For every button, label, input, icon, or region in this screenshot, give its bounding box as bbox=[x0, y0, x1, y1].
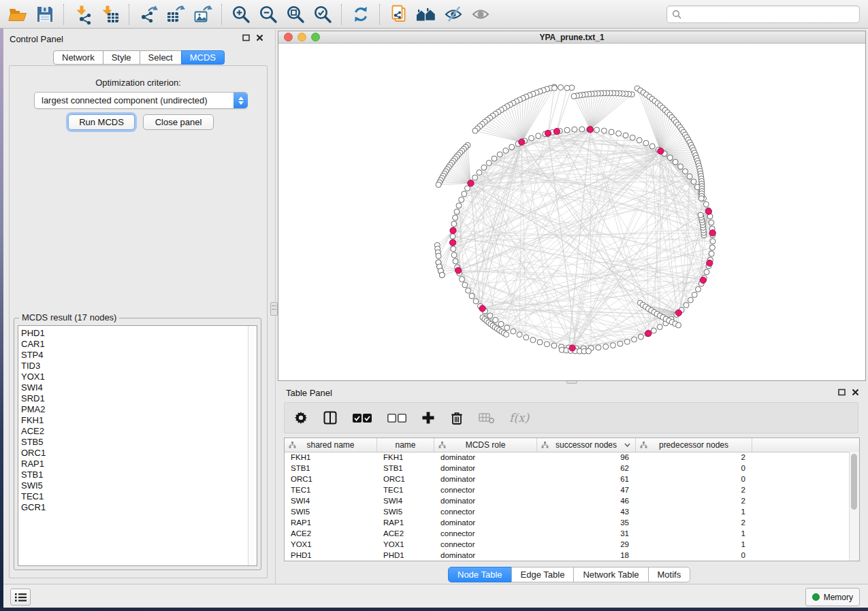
mcds-result-item[interactable]: STB1 bbox=[21, 469, 257, 480]
optimization-criterion-label: Optimization criterion: bbox=[10, 78, 267, 88]
mcds-result-item[interactable]: SWI4 bbox=[21, 382, 257, 393]
sort-desc-icon bbox=[624, 443, 630, 447]
save-session-button[interactable] bbox=[31, 2, 59, 27]
tree-icon bbox=[640, 442, 647, 448]
table-cell: ACE2 bbox=[285, 528, 377, 539]
table-row[interactable]: FKH1FKH1dominator962 bbox=[285, 452, 850, 463]
float-panel-icon[interactable] bbox=[242, 34, 250, 42]
network-from-file-button[interactable] bbox=[385, 2, 413, 27]
network-file-icon bbox=[389, 4, 409, 24]
delete-column-button[interactable] bbox=[449, 410, 464, 425]
table-tabs: Node Table Edge Table Network Table Moti… bbox=[449, 567, 690, 581]
dropdown-stepper-icon bbox=[234, 93, 248, 108]
column-settings-button[interactable] bbox=[293, 410, 308, 425]
zoom-out-button[interactable] bbox=[255, 2, 282, 27]
tab-network-table[interactable]: Network Table bbox=[573, 567, 648, 582]
select-all-button[interactable] bbox=[352, 413, 372, 423]
zoom-fit-button[interactable] bbox=[282, 2, 309, 27]
search-input[interactable] bbox=[685, 9, 854, 20]
mcds-result-item[interactable]: PHD1 bbox=[21, 328, 257, 339]
show-graphics-details-button[interactable] bbox=[467, 2, 494, 27]
import-network-button[interactable] bbox=[69, 2, 97, 27]
table-cell: 35 bbox=[537, 517, 636, 528]
table-cell: connector bbox=[434, 506, 537, 517]
table-cell: 47 bbox=[537, 484, 636, 495]
table-row[interactable]: STB1STB1dominator620 bbox=[285, 463, 850, 474]
network-window-titlebar[interactable]: YPA_prune.txt_1 bbox=[278, 31, 865, 44]
column-header-name[interactable]: name bbox=[377, 438, 434, 452]
tab-select[interactable]: Select bbox=[140, 50, 182, 65]
column-header-mcds-role[interactable]: MCDS role bbox=[434, 438, 537, 452]
open-file-button[interactable] bbox=[4, 2, 31, 27]
table-scrollbar-track[interactable] bbox=[849, 452, 859, 561]
run-mcds-button[interactable]: Run MCDS bbox=[68, 114, 135, 130]
delete-table-icon bbox=[479, 412, 495, 424]
hide-graphics-details-button[interactable] bbox=[440, 2, 467, 27]
import-table-button[interactable] bbox=[97, 2, 124, 27]
mcds-result-item[interactable]: SWI5 bbox=[21, 480, 257, 491]
tab-mcds[interactable]: MCDS bbox=[181, 50, 225, 65]
tab-edge-table[interactable]: Edge Table bbox=[511, 567, 575, 582]
memory-button[interactable]: Memory bbox=[805, 588, 860, 606]
mcds-result-item[interactable]: FKH1 bbox=[21, 415, 257, 426]
table-cell: 46 bbox=[537, 495, 636, 506]
mcds-result-item[interactable]: RAP1 bbox=[21, 459, 257, 469]
function-builder-button[interactable]: f(x) bbox=[509, 411, 529, 425]
zoom-selected-button[interactable] bbox=[309, 2, 336, 27]
column-header-shared-name[interactable]: shared name bbox=[285, 438, 377, 452]
table-scrollbar-thumb[interactable] bbox=[851, 454, 857, 510]
table-cell: SWI4 bbox=[377, 495, 434, 506]
table-row[interactable]: YOX1YOX1connector291 bbox=[285, 539, 850, 550]
tab-network[interactable]: Network bbox=[53, 50, 103, 65]
delete-table-button[interactable] bbox=[479, 412, 495, 424]
close-panel-icon[interactable] bbox=[852, 389, 859, 396]
add-column-button[interactable] bbox=[421, 411, 435, 425]
export-image-button[interactable] bbox=[189, 2, 216, 27]
export-table-button[interactable] bbox=[162, 2, 189, 27]
mcds-result-item[interactable]: ACE2 bbox=[21, 426, 257, 437]
table-row[interactable]: TEC1TEC1connector472 bbox=[285, 484, 850, 495]
mcds-result-item[interactable]: SRD1 bbox=[21, 393, 257, 404]
memory-label: Memory bbox=[824, 593, 853, 602]
table-row[interactable]: SWI4SWI4dominator462 bbox=[285, 495, 850, 506]
show-task-history-button[interactable] bbox=[10, 589, 31, 606]
column-header-predecessor-nodes[interactable]: predecessor nodes bbox=[636, 438, 752, 452]
mcds-result-item[interactable]: CAR1 bbox=[21, 339, 257, 350]
show-all-networks-button[interactable] bbox=[413, 2, 440, 27]
table-cell: 2 bbox=[636, 452, 752, 463]
refresh-icon bbox=[351, 4, 371, 24]
mcds-result-item[interactable]: TID3 bbox=[21, 361, 257, 371]
zoom-in-button[interactable] bbox=[227, 2, 255, 27]
tab-node-table[interactable]: Node Table bbox=[448, 567, 512, 582]
vertical-splitter-handle[interactable] bbox=[270, 302, 278, 316]
table-cell: SWI4 bbox=[285, 495, 377, 506]
mcds-result-item[interactable]: GCR1 bbox=[21, 502, 257, 513]
table-cell: PHD1 bbox=[285, 550, 377, 561]
mcds-result-item[interactable]: YOX1 bbox=[21, 371, 257, 382]
table-row[interactable]: RAP1RAP1dominator352 bbox=[285, 517, 850, 528]
table-row[interactable]: SWI5SWI5connector431 bbox=[285, 506, 850, 517]
network-canvas[interactable] bbox=[278, 43, 865, 380]
deselect-all-button[interactable] bbox=[387, 413, 407, 423]
optimization-criterion-select[interactable]: largest connected component (undirected) bbox=[34, 92, 248, 109]
split-columns-icon bbox=[323, 410, 338, 425]
float-panel-icon[interactable] bbox=[838, 389, 846, 396]
export-network-button[interactable] bbox=[135, 2, 162, 27]
mcds-result-item[interactable]: ORC1 bbox=[21, 448, 257, 459]
tab-style[interactable]: Style bbox=[103, 50, 140, 65]
table-row[interactable]: ORC1ORC1dominator610 bbox=[285, 474, 850, 484]
mcds-result-item[interactable]: STP4 bbox=[21, 350, 257, 361]
tab-motifs[interactable]: Motifs bbox=[648, 567, 691, 582]
split-view-button[interactable] bbox=[323, 410, 338, 425]
table-row[interactable]: PHD1PHD1dominator180 bbox=[285, 550, 850, 561]
list-scrollbar-track[interactable] bbox=[248, 326, 257, 565]
refresh-button[interactable] bbox=[347, 2, 374, 27]
mcds-result-item[interactable]: TEC1 bbox=[21, 491, 257, 502]
tree-icon bbox=[541, 442, 549, 448]
mcds-result-item[interactable]: STB5 bbox=[21, 437, 257, 448]
close-panel-button[interactable]: Close panel bbox=[143, 114, 214, 130]
column-header-successor-nodes[interactable]: successor nodes bbox=[537, 438, 636, 452]
table-row[interactable]: ACE2ACE2connector311 bbox=[285, 528, 850, 539]
mcds-result-item[interactable]: PMA2 bbox=[21, 404, 257, 415]
close-panel-icon[interactable] bbox=[256, 34, 263, 42]
